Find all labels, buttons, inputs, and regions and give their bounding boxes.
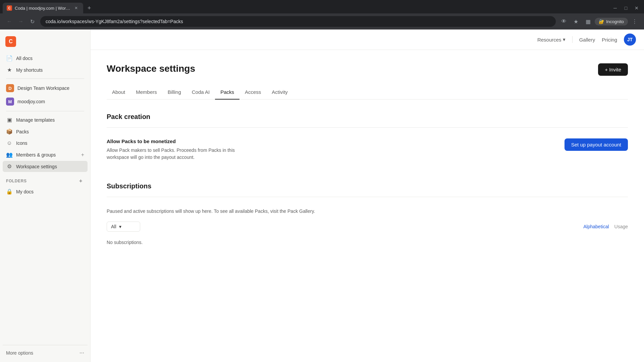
tab-coda-ai[interactable]: Coda AI — [186, 86, 215, 100]
pack-feature-title: Allow Packs to be monetized — [107, 138, 241, 144]
maximize-button[interactable]: □ — [621, 3, 631, 13]
address-bar-input[interactable] — [40, 16, 556, 27]
tab-packs[interactable]: Packs — [215, 86, 239, 100]
gallery-link[interactable]: Gallery — [579, 37, 595, 43]
sort-usage[interactable]: Usage — [614, 224, 628, 229]
sidebar-item-label: My docs — [16, 189, 34, 194]
sidebar-item-packs[interactable]: 📦 Packs — [3, 126, 88, 137]
filter-label: All — [111, 224, 116, 229]
no-subscriptions-text: No subscriptions. — [107, 237, 628, 248]
template-icon: ▣ — [6, 117, 13, 123]
address-bar-row: ← → ↻ 👁 ★ ▦ 🔐 Incognito ⋮ — [0, 13, 644, 29]
tab-access[interactable]: Access — [239, 86, 266, 100]
tab-activity[interactable]: Activity — [266, 86, 293, 100]
pack-creation-text: Allow Packs to be monetized Allow Pack m… — [107, 138, 241, 161]
sidebar-item-label: Workspace settings — [16, 164, 57, 169]
sidebar-item-label: Design Team Workspace — [17, 85, 69, 91]
reload-button[interactable]: ↻ — [27, 16, 38, 27]
payout-button[interactable]: Set up payout account — [565, 138, 628, 151]
incognito-icon: 🔐 — [599, 19, 604, 24]
more-options-icon[interactable]: ⋮ — [629, 16, 640, 27]
filter-chevron-icon: ▾ — [119, 224, 121, 229]
forward-button[interactable]: → — [15, 16, 26, 27]
nav-controls: ← → ↻ — [4, 16, 38, 27]
sidebar-item-manage-templates[interactable]: ▣ Manage templates — [3, 114, 88, 125]
sidebar-divider-1 — [6, 78, 84, 79]
active-tab[interactable]: C Coda | moodjoy.com | Worksp... ✕ — [3, 3, 83, 13]
sidebar-bottom: More options ⋯ — [3, 345, 88, 358]
tab-members[interactable]: Members — [130, 86, 162, 100]
workspace-letter-m: M — [6, 98, 14, 106]
members-icon: 👥 — [6, 152, 13, 158]
sidebar-item-label: Manage templates — [16, 117, 55, 123]
filter-select[interactable]: All ▾ — [107, 222, 140, 232]
workspace-letter-d: D — [6, 84, 14, 92]
page-title: Workspace settings — [107, 63, 195, 74]
coda-logo-icon: C — [5, 36, 16, 47]
sidebar-logo: C — [3, 34, 88, 50]
bookmark-star-icon[interactable]: ★ — [571, 16, 581, 27]
app-container: C 📄 All docs ★ My shortcuts D Design Tea… — [0, 29, 644, 362]
sidebar-workspace-design[interactable]: D Design Team Workspace — [3, 82, 88, 95]
top-nav: Resources ▾ Gallery Pricing JT — [91, 29, 644, 50]
sidebar-item-my-shortcuts[interactable]: ★ My shortcuts — [3, 64, 88, 75]
nav-separator — [572, 36, 573, 43]
subscriptions-title: Subscriptions — [107, 182, 628, 190]
sidebar-item-label: Icons — [16, 140, 27, 146]
add-member-button[interactable]: + — [81, 152, 84, 158]
incognito-label: Incognito — [606, 19, 624, 24]
sidebar-divider-2 — [6, 111, 84, 111]
star-icon: ★ — [6, 67, 13, 73]
sidebar-item-icons[interactable]: ☺ Icons — [3, 138, 88, 148]
tab-about[interactable]: About — [107, 86, 130, 100]
close-window-button[interactable]: ✕ — [632, 3, 641, 13]
add-folder-button[interactable]: + — [77, 178, 84, 184]
pack-icon: 📦 — [6, 128, 13, 135]
filter-row: All ▾ Alphabetical Usage — [107, 222, 628, 232]
section-divider — [107, 127, 628, 128]
sidebar-workspace-moodjoy[interactable]: M moodjoy.com — [3, 95, 88, 108]
settings-page: Workspace settings + Invite About Member… — [91, 50, 644, 362]
lock-icon: 🔒 — [6, 188, 13, 195]
tab-close-button[interactable]: ✕ — [73, 5, 79, 11]
sidebar-item-label: Members & groups — [16, 152, 56, 158]
tab-billing[interactable]: Billing — [162, 86, 186, 100]
sidebar-item-members-groups[interactable]: 👥 Members & groups + — [3, 149, 88, 160]
sidebar-item-all-docs[interactable]: 📄 All docs — [3, 53, 88, 64]
sort-alphabetical[interactable]: Alphabetical — [583, 224, 609, 229]
tab-bar: C Coda | moodjoy.com | Worksp... ✕ + ─ □… — [0, 0, 644, 13]
settings-tabs: About Members Billing Coda AI Packs Acce… — [107, 86, 628, 100]
sidebar-item-my-docs[interactable]: 🔒 My docs — [3, 186, 88, 197]
smiley-icon: ☺ — [6, 140, 13, 146]
resources-chevron-icon: ▾ — [563, 37, 566, 43]
sort-options: Alphabetical Usage — [583, 224, 628, 229]
user-avatar[interactable]: JT — [624, 34, 636, 46]
sidebar-item-label: Packs — [16, 129, 29, 134]
pack-creation-row: Allow Packs to be monetized Allow Pack m… — [107, 138, 628, 169]
more-options-button[interactable]: More options ⋯ — [3, 348, 88, 358]
subscriptions-desc-text: Paused and active subscriptions will sho… — [107, 208, 315, 214]
split-view-icon[interactable]: ▦ — [583, 16, 593, 27]
browser-chrome: C Coda | moodjoy.com | Worksp... ✕ + ─ □… — [0, 0, 644, 29]
main-content: Resources ▾ Gallery Pricing JT Workspace… — [91, 29, 644, 362]
pack-feature-desc: Allow Pack makers to sell Packs. Proceed… — [107, 147, 241, 161]
sidebar: C 📄 All docs ★ My shortcuts D Design Tea… — [0, 29, 91, 362]
sidebar-item-label: moodjoy.com — [17, 99, 45, 104]
minimize-button[interactable]: ─ — [610, 3, 620, 13]
sidebar-item-label: All docs — [16, 56, 33, 61]
tab-favicon: C — [7, 5, 12, 11]
sidebar-item-workspace-settings[interactable]: ⚙ Workspace settings — [3, 161, 88, 172]
window-controls: ─ □ ✕ — [610, 3, 641, 13]
back-button[interactable]: ← — [4, 16, 15, 27]
folders-section-header: FOLDERS + — [3, 176, 88, 186]
resources-label: Resources — [537, 37, 561, 43]
subscriptions-desc: Paused and active subscriptions will sho… — [107, 208, 628, 215]
pricing-link[interactable]: Pricing — [602, 37, 617, 43]
resources-dropdown[interactable]: Resources ▾ — [537, 37, 566, 43]
browser-actions: 👁 ★ ▦ 🔐 Incognito ⋮ — [558, 16, 640, 27]
new-tab-button[interactable]: + — [85, 3, 94, 13]
visibility-off-icon[interactable]: 👁 — [558, 16, 569, 27]
folders-label: FOLDERS — [6, 179, 27, 183]
settings-gear-icon: ⚙ — [6, 163, 13, 170]
invite-button[interactable]: + Invite — [598, 63, 628, 76]
